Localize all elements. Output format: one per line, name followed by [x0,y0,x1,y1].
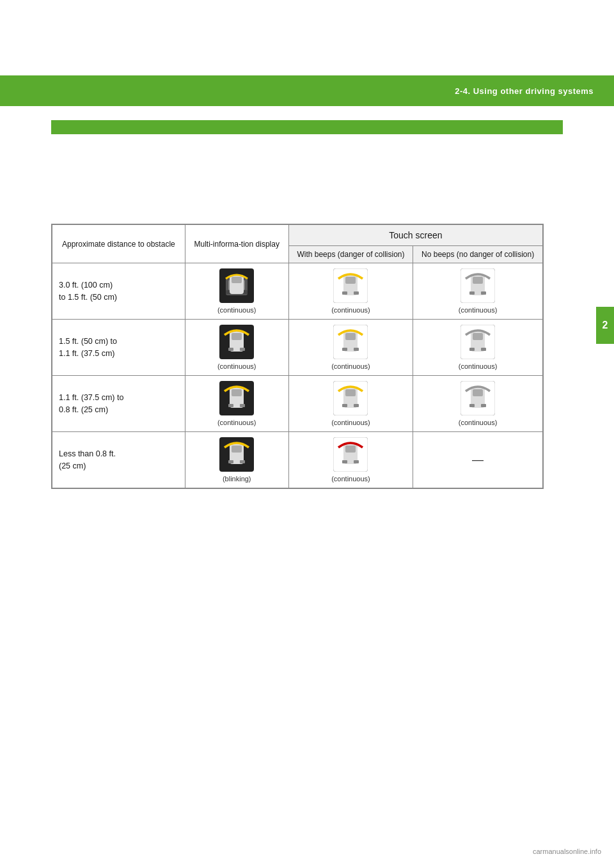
with-beeps-cell-4: (continuous) [288,432,413,488]
car-icon-beeps-1 [333,268,368,303]
car-icon-beeps-4 [333,437,368,472]
table-row: Less than 0.8 ft.(25 cm) (blinking) [52,432,543,488]
svg-rect-13 [473,277,483,284]
svg-rect-33 [232,389,242,396]
distance-cell: 3.0 ft. (100 cm)to 1.5 ft. (50 cm) [52,263,185,320]
side-tab-number: 2 [602,320,608,331]
multi-info-cell-3: (continuous) [185,376,288,432]
svg-rect-38 [345,389,356,396]
beeps-label-1: (continuous) [295,306,406,314]
distance-table: Approximate distance to obstacle Multi-i… [52,224,543,488]
no-beeps-cell-4: — [413,432,543,488]
svg-rect-45 [481,404,486,407]
header-bar: 2-4. Using other driving systems [0,75,614,106]
car-icon-multi-1 [219,268,254,303]
svg-rect-29 [469,348,475,351]
svg-rect-53 [345,446,356,453]
section-bar [51,120,563,134]
svg-rect-43 [473,389,483,396]
svg-rect-55 [354,460,359,463]
touch-screen-col-label: Touch screen [288,225,542,246]
dash-label: — [472,453,484,466]
nobeeps-label-1: (continuous) [420,306,536,314]
multi-label-2: (continuous) [192,362,282,370]
with-beeps-cell-1: (continuous) [288,263,413,320]
col-no-beeps: No beeps (no danger of collision) [413,246,543,263]
col-distance: Approximate distance to obstacle [52,225,185,263]
beeps-label-2: (continuous) [295,362,406,370]
svg-rect-24 [342,348,347,351]
svg-rect-10 [354,291,359,295]
no-beeps-cell-3: (continuous) [413,376,543,432]
car-icon-multi-4 [219,437,254,472]
svg-rect-14 [469,291,475,295]
multi-label-4: (blinking) [192,475,282,483]
table-row: 1.1 ft. (37.5 cm) to0.8 ft. (25 cm) (con… [52,376,543,432]
svg-rect-39 [342,404,347,407]
svg-rect-54 [342,460,347,463]
data-table-wrapper: Approximate distance to obstacle Multi-i… [51,224,544,489]
header-title: 2-4. Using other driving systems [455,86,594,96]
main-content: Approximate distance to obstacle Multi-i… [51,147,544,489]
multi-info-cell-4: (blinking) [185,432,288,488]
svg-rect-15 [481,291,486,295]
svg-rect-44 [469,404,475,407]
svg-rect-40 [354,404,359,407]
col-with-beeps: With beeps (danger of collision) [288,246,413,263]
svg-rect-49 [228,460,233,463]
car-icon-multi-2 [219,325,254,359]
nobeeps-label-2: (continuous) [420,362,536,370]
svg-rect-25 [354,348,359,351]
car-icon-beeps-2 [333,325,368,359]
watermark: carmanualsonline.info [533,848,601,855]
svg-rect-8 [345,277,356,284]
no-beeps-cell-2: (continuous) [413,320,543,376]
beeps-label-3: (continuous) [295,419,406,426]
svg-rect-18 [232,333,242,340]
with-beeps-cell-3: (continuous) [288,376,413,432]
svg-rect-48 [232,446,242,453]
multi-label-3: (continuous) [192,419,282,426]
svg-rect-28 [473,333,483,340]
car-icon-nobeeps-2 [460,325,495,359]
svg-rect-34 [228,404,233,407]
svg-rect-30 [481,348,486,351]
svg-rect-23 [345,333,356,340]
beeps-label-4: (continuous) [295,475,406,483]
table-row: 1.5 ft. (50 cm) to1.1 ft. (37.5 cm) (con… [52,320,543,376]
svg-rect-20 [240,348,245,351]
car-icon-beeps-3 [333,381,368,415]
svg-rect-9 [342,291,347,295]
table-row: 3.0 ft. (100 cm)to 1.5 ft. (50 cm) [52,263,543,320]
svg-rect-35 [240,404,245,407]
nobeeps-label-3: (continuous) [420,419,536,426]
distance-cell: Less than 0.8 ft.(25 cm) [52,432,185,488]
car-icon-nobeeps-1 [460,268,495,303]
svg-rect-5 [232,277,242,283]
svg-rect-19 [228,348,233,351]
no-beeps-cell-1: (continuous) [413,263,543,320]
distance-cell: 1.5 ft. (50 cm) to1.1 ft. (37.5 cm) [52,320,185,376]
svg-rect-50 [240,460,245,463]
multi-label-1: (continuous) [192,306,282,314]
distance-cell: 1.1 ft. (37.5 cm) to0.8 ft. (25 cm) [52,376,185,432]
multi-info-cell-2: (continuous) [185,320,288,376]
touch-screen-header-row: Approximate distance to obstacle Multi-i… [52,225,543,246]
col-multi-info: Multi-informa-tion display [185,225,288,263]
multi-info-cell-1: (continuous) [185,263,288,320]
car-icon-nobeeps-3 [460,381,495,415]
side-tab: 2 [596,307,614,344]
with-beeps-cell-2: (continuous) [288,320,413,376]
car-icon-multi-3 [219,381,254,415]
